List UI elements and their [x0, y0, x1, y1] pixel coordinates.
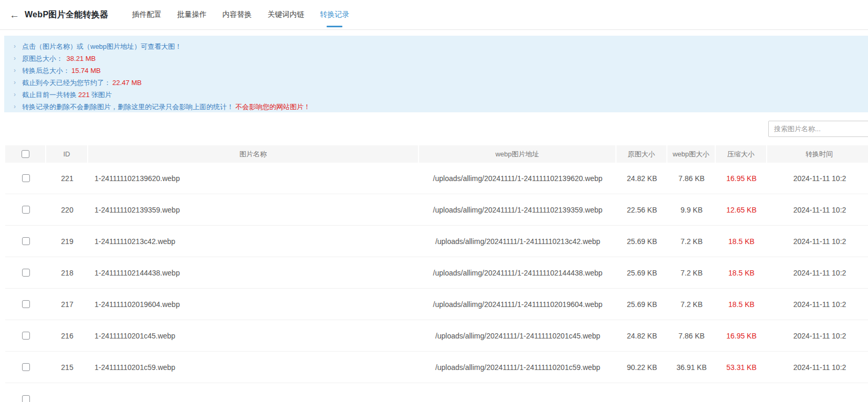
cell-webp-url[interactable]: /uploads/allimg/20241111/1-24111110201c5…: [419, 363, 616, 372]
nav-tabs: 插件配置批量操作内容替换关键词内链转换记录: [124, 0, 357, 30]
table-row: 2211-241111102139620.webp/uploads/allimg…: [5, 163, 868, 194]
notice-text: 转换后总大小：: [22, 67, 70, 75]
notice-text: 转换记录的删除不会删除图片，删除这里的记录只会影响上面的统计！: [22, 103, 234, 111]
notice-text: 张图片: [91, 91, 112, 99]
conversion-table: ID 图片名称 webp图片地址 原图大小 webp图大小 压缩大小 转换时间 …: [5, 145, 868, 402]
notice-highlight-value: 15.74 MB: [71, 67, 101, 75]
cell-webp-size: 7.86 KB: [667, 174, 716, 183]
table-row: 2161-24111110201c45.webp/uploads/allimg/…: [5, 320, 868, 352]
row-checkbox[interactable]: [22, 237, 30, 245]
search-area: [768, 121, 868, 137]
col-header-orig-size: 原图大小: [616, 145, 667, 163]
bullet-icon: ›: [14, 40, 16, 52]
search-input[interactable]: [768, 121, 868, 137]
tab-content-replace[interactable]: 内容替换: [214, 0, 259, 30]
notice-line: ›截止目前一共转换221张图片: [4, 89, 868, 101]
stats-notice-box: ›点击（图片名称）或（webp图片地址）可查看大图！›原图总大小： 38.21 …: [4, 36, 868, 112]
cell-image-name[interactable]: 1-24111110213c42.webp: [88, 237, 419, 246]
checkbox-cell: [5, 395, 46, 402]
notice-text: 点击（图片名称）或（webp图片地址）可查看大图！: [22, 43, 182, 50]
notice-highlight-value: 不会影响您的网站图片！: [235, 103, 310, 111]
cell-time: 2024-11-11 10:2: [767, 237, 868, 246]
table-row: 2171-241111102019604.webp/uploads/allimg…: [5, 289, 868, 320]
notice-line: ›转换后总大小：15.74 MB: [4, 65, 868, 77]
checkbox-cell: [5, 174, 46, 182]
cell-saved-size: 53.31 KB: [716, 363, 767, 372]
cell-image-name[interactable]: 1-241111102139359.webp: [88, 206, 419, 214]
cell-time: 2024-11-11 10:2: [767, 269, 868, 277]
cell-image-name[interactable]: 1-24111110201c59.webp: [88, 363, 419, 372]
cell-image-name[interactable]: 1-241111102144438.webp: [88, 269, 419, 277]
cell-webp-url[interactable]: /uploads/allimg/20241111/1-2411111021444…: [419, 269, 616, 277]
cell-image-name[interactable]: 1-24111110201c45.webp: [88, 332, 419, 340]
row-checkbox[interactable]: [22, 300, 30, 308]
cell-webp-url[interactable]: /uploads/allimg/20241111/1-2411111020196…: [419, 300, 616, 309]
col-header-saved-size: 压缩大小: [716, 145, 767, 163]
cell-orig-size: 25.69 KB: [616, 237, 667, 246]
back-arrow-icon[interactable]: ←: [9, 10, 19, 20]
tab-batch-ops[interactable]: 批量操作: [169, 0, 214, 30]
bullet-icon: ›: [14, 52, 16, 65]
cell-id: 219: [46, 237, 88, 246]
cell-image-name[interactable]: 1-241111102139620.webp: [88, 174, 419, 183]
cell-webp-url[interactable]: /uploads/allimg/20241111/1-24111110201c4…: [419, 332, 616, 340]
cell-id: 220: [46, 206, 88, 214]
notice-line: ›转换记录的删除不会删除图片，删除这里的记录只会影响上面的统计！不会影响您的网站…: [4, 101, 868, 113]
table-row: 2191-24111110213c42.webp/uploads/allimg/…: [5, 226, 868, 257]
cell-orig-size: 24.82 KB: [616, 174, 667, 183]
notice-text: 原图总大小：: [22, 55, 63, 62]
notice-line: ›截止到今天已经为您节约了：22.47 MB: [4, 77, 868, 89]
cell-time: 2024-11-11 10:2: [767, 206, 868, 214]
cell-image-name[interactable]: 1-241111102019604.webp: [88, 300, 419, 309]
bullet-icon: ›: [14, 89, 16, 101]
cell-webp-url[interactable]: /uploads/allimg/20241111/1-2411111021393…: [419, 206, 616, 214]
plugin-admin-page: ← WebP图片全能转换器 插件配置批量操作内容替换关键词内链转换记录 ›点击（…: [0, 0, 868, 402]
tab-plugin-config[interactable]: 插件配置: [124, 0, 169, 30]
cell-orig-size: 25.69 KB: [616, 269, 667, 277]
row-checkbox[interactable]: [22, 174, 30, 182]
cell-time: 2024-11-11 10:2: [767, 174, 868, 183]
top-nav-bar: ← WebP图片全能转换器 插件配置批量操作内容替换关键词内链转换记录: [0, 0, 868, 30]
table-header-row: ID 图片名称 webp图片地址 原图大小 webp图大小 压缩大小 转换时间: [5, 145, 868, 163]
bullet-icon: ›: [14, 101, 16, 113]
col-header-id: ID: [46, 145, 88, 163]
cell-webp-url[interactable]: /uploads/allimg/20241111/1-24111110213c4…: [419, 237, 616, 246]
notice-line: ›原图总大小： 38.21 MB: [4, 52, 868, 65]
col-header-name: 图片名称: [88, 145, 419, 163]
cell-time: 2024-11-11 10:2: [767, 332, 868, 340]
cell-time: 2024-11-11 10:2: [767, 363, 868, 372]
cell-saved-size: 18.5 KB: [716, 269, 767, 277]
row-checkbox[interactable]: [22, 206, 30, 214]
notice-highlight-value: 221: [78, 91, 90, 99]
cell-time: 2024-11-11 10:2: [767, 300, 868, 309]
cell-saved-size: 12.65 KB: [716, 206, 767, 214]
table-row: 2201-241111102139359.webp/uploads/allimg…: [5, 194, 868, 226]
cell-saved-size: 18.5 KB: [716, 237, 767, 246]
checkbox-cell: [5, 269, 46, 277]
notice-text: 截止到今天已经为您节约了：: [22, 79, 111, 87]
bullet-icon: ›: [14, 77, 16, 89]
row-checkbox[interactable]: [22, 332, 30, 340]
cell-webp-size: 36.91 KB: [667, 363, 716, 372]
page-title: WebP图片全能转换器: [25, 9, 108, 20]
select-all-checkbox[interactable]: [22, 150, 29, 158]
row-checkbox[interactable]: [22, 363, 30, 371]
notice-highlight-value: 38.21 MB: [65, 55, 96, 62]
cell-webp-size: 9.9 KB: [667, 206, 716, 214]
checkbox-cell: [5, 206, 46, 214]
table-body: 2211-241111102139620.webp/uploads/allimg…: [5, 163, 868, 402]
cell-saved-size: 18.5 KB: [716, 300, 767, 309]
tab-conversion-log[interactable]: 转换记录: [312, 0, 357, 30]
table-row: 2151-24111110201c59.webp/uploads/allimg/…: [5, 352, 868, 383]
tab-keyword-links[interactable]: 关键词内链: [259, 0, 312, 30]
checkbox-cell: [5, 300, 46, 308]
cell-orig-size: 90.22 KB: [616, 363, 667, 372]
cell-webp-url[interactable]: /uploads/allimg/20241111/1-2411111021396…: [419, 174, 616, 183]
checkbox-cell: [5, 363, 46, 371]
row-checkbox[interactable]: [22, 395, 30, 402]
row-checkbox[interactable]: [22, 269, 30, 277]
cell-webp-size: 7.2 KB: [667, 237, 716, 246]
checkbox-cell: [5, 332, 46, 340]
header-checkbox-cell: [5, 145, 46, 163]
col-header-time: 转换时间: [767, 145, 868, 163]
